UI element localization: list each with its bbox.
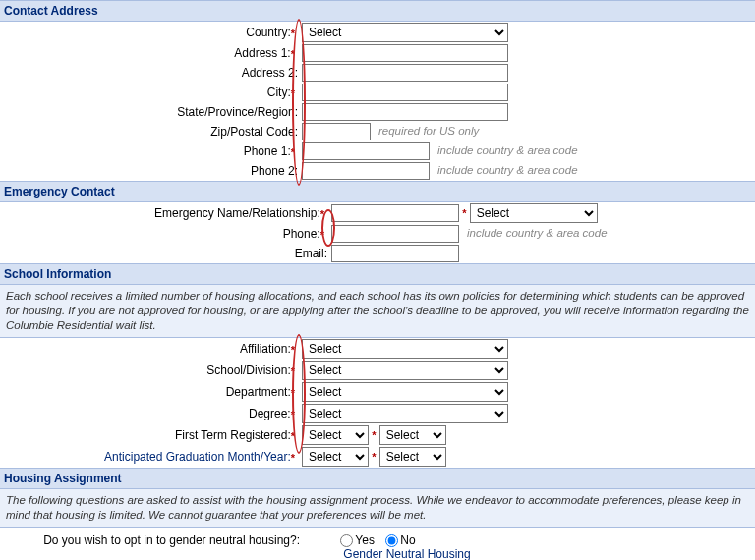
phone2-hint: include country & area code <box>430 164 578 176</box>
label-first-term: First Term Registered: <box>175 428 291 442</box>
section-header-emergency: Emergency Contact <box>0 181 755 202</box>
label-country: Country: <box>246 26 290 39</box>
label-emerg-name: Emergency Name/Relationship: <box>154 206 320 220</box>
label-grad[interactable]: Anticipated Graduation Month/Year: <box>104 450 291 464</box>
required-marker: * <box>291 452 298 464</box>
required-marker: * <box>291 87 298 99</box>
emerg-relationship-select[interactable]: Select <box>470 203 598 223</box>
emerg-name-input[interactable] <box>331 204 459 222</box>
school-desc: Each school receives a limited number of… <box>0 285 755 338</box>
degree-select[interactable]: Select <box>302 404 508 423</box>
label-emerg-phone: Phone: <box>283 227 320 241</box>
label-address2: Address 2: <box>242 66 298 80</box>
emergency-form: Emergency Name/Relationship:* *Select Ph… <box>0 202 755 263</box>
label-division: School/Division: <box>206 364 290 377</box>
first-term-2-select[interactable]: Select <box>379 425 446 445</box>
gnh-row: Do you wish to opt in to gender neutral … <box>0 528 755 560</box>
gnh-yes-radio[interactable] <box>340 534 353 547</box>
first-term-1-select[interactable]: Select <box>302 425 369 445</box>
required-marker: * <box>291 48 298 60</box>
gnh-no-label: No <box>400 533 415 547</box>
required-marker: * <box>320 229 327 241</box>
phone2-input[interactable] <box>302 162 430 180</box>
gnh-question: Do you wish to opt in to gender neutral … <box>0 533 300 547</box>
label-state: State/Province/Region: <box>177 105 298 119</box>
grad-year-select[interactable]: Select <box>379 447 446 467</box>
required-marker: * <box>291 365 298 377</box>
required-marker: * <box>462 207 469 219</box>
section-header-contact: Contact Address <box>0 0 755 22</box>
required-marker: * <box>291 430 298 442</box>
required-marker: * <box>291 344 298 356</box>
label-phone1: Phone 1: <box>244 144 291 158</box>
label-degree: Degree: <box>249 407 291 420</box>
required-marker: * <box>372 429 378 441</box>
affiliation-select[interactable]: Select <box>302 339 508 359</box>
label-affiliation: Affiliation: <box>240 342 291 356</box>
gnh-yes-label: Yes <box>355 533 375 547</box>
required-marker: * <box>291 146 298 158</box>
required-marker: * <box>320 208 327 220</box>
emerg-phone-hint: include country & area code <box>459 227 608 239</box>
phone1-input[interactable] <box>302 142 430 160</box>
zip-input[interactable] <box>302 123 371 140</box>
contact-form: Country:* Select Address 1:* Address 2: … <box>0 22 755 181</box>
department-select[interactable]: Select <box>302 382 508 402</box>
address1-input[interactable] <box>302 44 508 62</box>
label-emerg-email: Email: <box>295 247 327 260</box>
gnh-no-radio[interactable] <box>385 534 398 547</box>
division-select[interactable]: Select <box>302 361 508 380</box>
emerg-phone-input[interactable] <box>331 225 459 243</box>
zip-hint: required for US only <box>371 125 479 137</box>
city-input[interactable] <box>302 84 508 101</box>
emerg-email-input[interactable] <box>331 245 459 262</box>
grad-month-select[interactable]: Select <box>302 447 369 467</box>
housing-assign-desc: The following questions are asked to ass… <box>0 489 755 528</box>
label-phone2: Phone 2: <box>251 164 298 178</box>
required-marker: * <box>291 409 298 420</box>
section-header-housing-assign: Housing Assignment <box>0 468 755 489</box>
label-address1: Address 1: <box>234 46 290 60</box>
school-form: Affiliation:* Select School/Division:* S… <box>0 338 755 468</box>
address2-input[interactable] <box>302 64 508 82</box>
gnh-link[interactable]: Gender Neutral Housing <box>59 547 755 560</box>
label-department: Department: <box>226 385 291 399</box>
phone1-hint: include country & area code <box>430 144 578 156</box>
required-marker: * <box>291 28 298 39</box>
label-zip: Zip/Postal Code: <box>210 125 298 139</box>
country-select[interactable]: Select <box>302 23 508 42</box>
required-marker: * <box>372 451 378 463</box>
required-marker: * <box>291 387 298 399</box>
section-header-school: School Information <box>0 263 755 285</box>
state-input[interactable] <box>302 103 508 121</box>
label-city: City: <box>267 85 291 99</box>
